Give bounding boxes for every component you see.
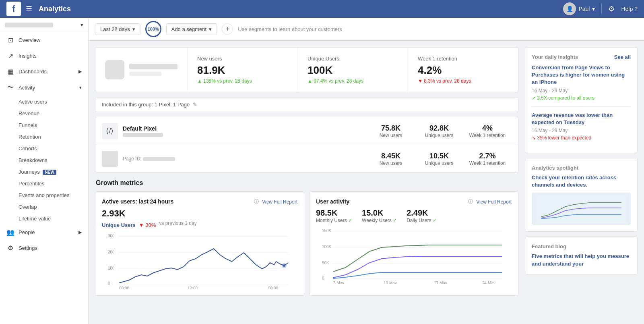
date-range-button[interactable]: Last 28 days ▾ [95, 23, 140, 35]
pixel-new-users-value: 75.8K [367, 124, 415, 133]
chart-header-right: ⓘ View Full Report [254, 198, 297, 205]
sidebar-item-overview[interactable]: ⊡ Overview [0, 32, 88, 48]
spotlight-card: Analytics spotlight Check your retention… [525, 158, 638, 232]
page-stat-unique-users: 10.5K Unique users [415, 152, 463, 166]
toolbar: Last 28 days ▾ 100% Add a segment ▾ + Us… [89, 18, 644, 41]
sidebar: ▾ ⊡ Overview ↗ Insights ▦ Dashboards ▶ 〜… [0, 18, 89, 324]
sidebar-item-breakdowns[interactable]: Breakdowns [0, 154, 88, 166]
insight-item-1: Average revenue was lower than expected … [532, 112, 631, 141]
user-activity-info-icon[interactable]: ⓘ [468, 198, 473, 205]
insight-0-title[interactable]: Conversion from Page Views to Purchases … [532, 64, 631, 86]
insight-1-stat: ↘ 35% lower than expected [532, 135, 631, 141]
sidebar-item-dashboards[interactable]: ▦ Dashboards ▶ [0, 64, 88, 79]
user-activity-chart-header: User activity ⓘ View Full Report [316, 198, 512, 205]
user-activity-svg: 150K 100K 50K 0 [316, 227, 512, 284]
growth-metrics-title: Growth metrics [95, 179, 518, 187]
active-users-view-full[interactable]: View Full Report [262, 199, 297, 205]
active-users-chart-title: Active users: last 24 hours [102, 198, 173, 205]
add-segment-button[interactable]: + [222, 23, 233, 35]
sidebar-label-settings: Settings [19, 245, 37, 251]
right-panel: Your daily insights See all Conversion f… [525, 47, 638, 318]
activity-icon: 〜 [6, 83, 14, 92]
hamburger-icon[interactable]: ☰ [26, 4, 32, 13]
monthly-value: 98.5K [316, 208, 352, 218]
daily-insights-card: Your daily insights See all Conversion f… [525, 47, 638, 153]
pixel-stat-new-users: 75.8K New users [367, 124, 415, 138]
page-stat-retention: 2.7% Week 1 retention [463, 152, 512, 166]
active-users-change: ▼ 30% [139, 222, 156, 228]
date-range-label: Last 28 days [100, 26, 130, 32]
user-activity-view-full[interactable]: View Full Report [476, 199, 512, 205]
sidebar-label-retention: Retention [19, 134, 41, 140]
sidebar-label-percentiles: Percentiles [19, 181, 44, 187]
active-users-metric: 2.93K [102, 208, 297, 219]
sidebar-label-events: Events and properties [19, 192, 69, 198]
pixel-name-col: Default Pixel [123, 125, 367, 137]
app-selector[interactable]: ▾ [0, 18, 88, 32]
user-info[interactable]: 👤 Paul ▾ [563, 2, 595, 15]
spotlight-chart [537, 195, 625, 223]
active-users-metric-label: Unique Users [102, 222, 136, 228]
gear-icon[interactable]: ⚙ [608, 4, 615, 13]
main-panel: New users 81.9K ▲ 138% vs prev. 28 days … [95, 47, 518, 318]
user-name: Paul [578, 6, 590, 12]
svg-text:0: 0 [322, 276, 324, 280]
segment-chevron-icon: ▾ [209, 26, 212, 32]
sidebar-item-journeys[interactable]: Journeys NEW [0, 166, 88, 178]
facebook-logo: f [6, 2, 21, 16]
sidebar-item-settings[interactable]: ⚙ Settings [0, 240, 88, 256]
insight-1-title[interactable]: Average revenue was lower than expected … [532, 112, 631, 126]
page-retention-value: 2.7% [463, 152, 512, 160]
app-info [95, 48, 188, 92]
pixel-retention-value: 4% [463, 124, 512, 133]
dashboards-icon: ▦ [6, 68, 14, 75]
sidebar-label-funnels: Funnels [19, 122, 37, 128]
people-arrow-icon: ▶ [78, 230, 82, 235]
svg-text:17 May: 17 May [434, 281, 447, 284]
sidebar-item-activity[interactable]: 〜 Activity ▾ [0, 79, 88, 96]
page-unique-users-value: 10.5K [415, 152, 463, 160]
sidebar-item-funnels[interactable]: Funnels [0, 119, 88, 131]
page-name-col: Page ID: [123, 156, 367, 162]
sidebar-item-cohorts[interactable]: Cohorts [0, 143, 88, 154]
sidebar-item-lifetime[interactable]: Lifetime value [0, 213, 88, 224]
page-id-value-blurred [143, 157, 175, 161]
see-all-button[interactable]: See all [614, 54, 631, 60]
new-users-change: ▲ 138% vs prev. 28 days [197, 78, 288, 84]
app-name-blurred [129, 64, 178, 69]
sidebar-item-revenue[interactable]: Revenue [0, 108, 88, 119]
sidebar-label-active-users: Active users [19, 99, 47, 105]
sidebar-item-people[interactable]: 👥 People ▶ [0, 224, 88, 240]
segment-button[interactable]: Add a segment ▾ [166, 23, 217, 35]
help-button[interactable]: Help ? [621, 6, 638, 12]
sidebar-item-retention[interactable]: Retention [0, 131, 88, 143]
active-users-svg: 300 200 100 0 [102, 233, 297, 289]
pixel-unique-users-value: 92.8K [415, 124, 463, 133]
insight-item-0: Conversion from Page Views to Purchases … [532, 64, 631, 101]
stat-new-users: New users 81.9K ▲ 138% vs prev. 28 days [188, 48, 298, 92]
retention-value: 4.2% [418, 64, 508, 77]
sidebar-item-active-users[interactable]: Active users [0, 96, 88, 108]
stat-unique-users: Unique Users 100K ▲ 97.4% vs prev. 28 da… [298, 48, 408, 92]
weekly-value: 15.0K [362, 208, 397, 218]
date-range-chevron-icon: ▾ [132, 26, 135, 32]
nav-right: 👤 Paul ▾ ⚙ Help ? [563, 2, 638, 15]
spotlight-link[interactable]: Check your retention rates across channe… [532, 174, 631, 189]
sidebar-item-insights[interactable]: ↗ Insights [0, 48, 88, 64]
sidebar-label-insights: Insights [19, 53, 37, 59]
new-users-label: New users [197, 56, 288, 62]
svg-point-9 [283, 264, 285, 267]
sidebar-item-percentiles[interactable]: Percentiles [0, 178, 88, 189]
blog-card: Featured blog Five metrics that will hel… [525, 237, 638, 274]
insight-0-date: 16 May - 29 May [532, 88, 631, 93]
sidebar-label-people: People [19, 229, 35, 235]
edit-icon[interactable]: ✎ [193, 102, 197, 108]
blog-link[interactable]: Five metrics that will help you measure … [532, 253, 631, 267]
chart-info-icon[interactable]: ⓘ [254, 198, 259, 205]
sidebar-label-overlap: Overlap [19, 204, 37, 210]
main-content: Last 28 days ▾ 100% Add a segment ▾ + Us… [89, 18, 644, 324]
page-id-label: Page ID: [123, 156, 367, 162]
pixel-code-icon: ⟨/⟩ [102, 123, 118, 139]
sidebar-item-events[interactable]: Events and properties [0, 189, 88, 201]
sidebar-item-overlap[interactable]: Overlap [0, 201, 88, 213]
